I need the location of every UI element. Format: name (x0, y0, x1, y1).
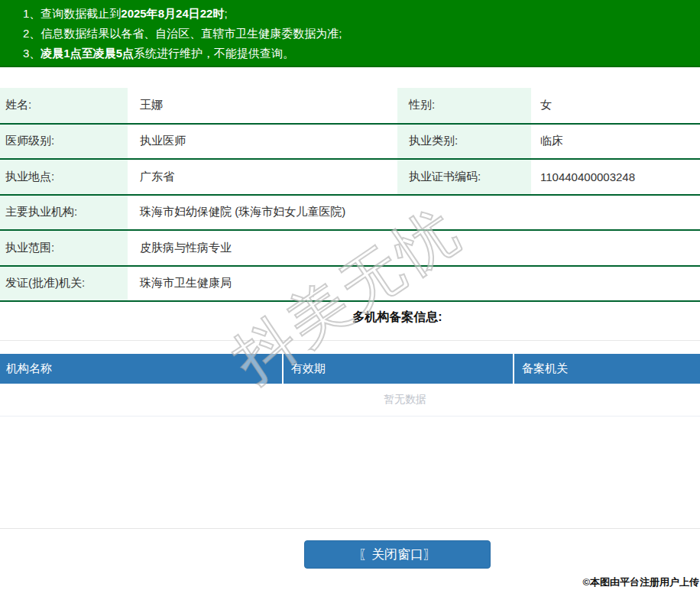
filing-table: 机构名称 有效期 备案机关 暂无数据 (0, 354, 700, 417)
practitioner-info-table: 姓名: 王娜 性别: 女 医师级别: 执业医师 执业类别: 临床 执业地点: 广… (0, 88, 700, 302)
close-window-button[interactable]: 〖关闭窗口〗 (304, 540, 491, 569)
info-row-location-certificate: 执业地点: 广东省 执业证书编码: 110440400003248 (0, 159, 700, 195)
section-divider (0, 340, 700, 341)
field-label-gender: 性别: (397, 88, 531, 124)
notice-text: 信息数据结果以各省、自治区、直辖市卫生健康委数据为准; (41, 27, 342, 40)
field-label-doctor-level: 医师级别: (0, 124, 128, 160)
notice-line-3: 3、凌晨1点至凌晨5点系统进行维护，不能提供查询。 (23, 44, 700, 63)
empty-state-text: 暂无数据 (384, 393, 426, 405)
footer-divider (0, 528, 700, 529)
notice-line-1: 1、查询数据截止到2025年8月24日22时; (23, 4, 700, 24)
notice-text: ; (224, 7, 227, 20)
info-row-main-institution: 主要执业机构: 珠海市妇幼保健院 (珠海市妇女儿童医院) (0, 195, 700, 231)
filing-header-filing-authority: 备案机关 (514, 354, 700, 384)
field-value-practice-category: 临床 (531, 124, 700, 160)
field-value-practice-scope: 皮肤病与性病专业 (128, 230, 700, 266)
notice-bold-text: 2025年8月24日22时 (121, 7, 224, 20)
field-label-practice-category: 执业类别: (397, 124, 531, 160)
notice-number: 1、 (23, 7, 41, 20)
field-value-main-institution: 珠海市妇幼保健院 (珠海市妇女儿童医院) (128, 195, 700, 231)
filing-header-institution-name: 机构名称 (0, 354, 283, 384)
info-row-practice-scope: 执业范围: 皮肤病与性病专业 (0, 230, 700, 266)
multi-institution-section-title: 多机构备案信息: (0, 309, 700, 326)
field-value-doctor-level: 执业医师 (128, 124, 397, 160)
footer-button-row: 〖关闭窗口〗 (0, 540, 700, 569)
notice-number: 3、 (23, 47, 41, 60)
notice-line-2: 2、信息数据结果以各省、自治区、直辖市卫生健康委数据为准; (23, 24, 700, 44)
photo-credit-stamp: ©本图由平台注册用户上传 (582, 575, 699, 589)
field-value-issuing-authority: 珠海市卫生健康局 (128, 266, 700, 302)
notice-banner: 1、查询数据截止到2025年8月24日22时; 2、信息数据结果以各省、自治区、… (0, 0, 700, 67)
notice-bold-text: 凌晨1点至凌晨5点 (41, 47, 134, 60)
query-result-page: 1、查询数据截止到2025年8月24日22时; 2、信息数据结果以各省、自治区、… (0, 0, 700, 569)
field-label-name: 姓名: (0, 88, 128, 124)
info-row-issuing-authority: 发证(批准)机关: 珠海市卫生健康局 (0, 266, 700, 302)
notice-text: 查询数据截止到 (41, 7, 121, 20)
field-value-gender: 女 (531, 88, 700, 124)
field-label-practice-location: 执业地点: (0, 159, 128, 195)
filing-header-validity-period: 有效期 (283, 354, 514, 384)
field-value-certificate-number: 110440400003248 (531, 159, 700, 195)
field-label-certificate-number: 执业证书编码: (397, 159, 531, 195)
filing-table-empty-row: 暂无数据 (0, 384, 700, 416)
notice-text: 系统进行维护，不能提供查询。 (134, 47, 294, 60)
field-value-practice-location: 广东省 (128, 159, 397, 195)
notice-number: 2、 (23, 27, 41, 40)
field-label-main-institution: 主要执业机构: (0, 195, 128, 231)
blank-space (0, 417, 700, 528)
field-label-issuing-authority: 发证(批准)机关: (0, 266, 128, 302)
empty-state: 暂无数据 (0, 384, 700, 416)
field-label-practice-scope: 执业范围: (0, 230, 128, 266)
info-row-level-category: 医师级别: 执业医师 执业类别: 临床 (0, 124, 700, 160)
filing-table-header-row: 机构名称 有效期 备案机关 (0, 354, 700, 384)
field-value-name: 王娜 (128, 88, 397, 124)
info-row-name-gender: 姓名: 王娜 性别: 女 (0, 88, 700, 124)
